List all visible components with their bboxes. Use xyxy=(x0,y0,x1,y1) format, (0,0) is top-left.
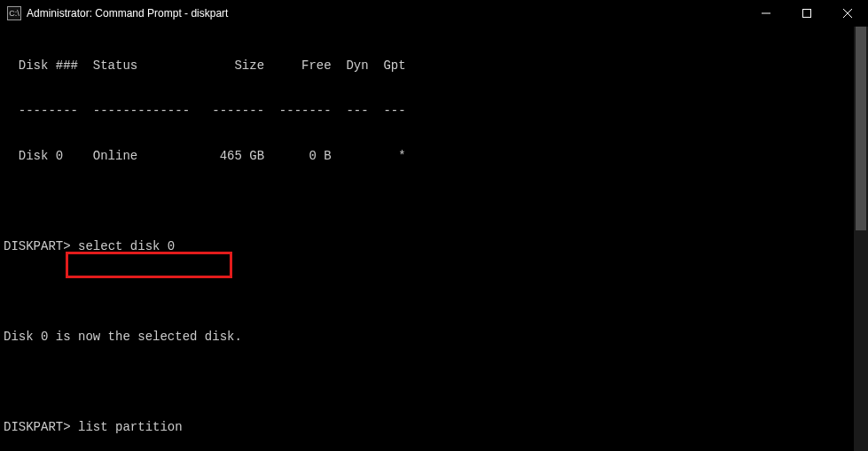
response-select-disk: Disk 0 is now the selected disk. xyxy=(4,330,863,345)
maximize-button[interactable] xyxy=(786,0,827,27)
prompt-line: DISKPART> select disk 0 xyxy=(4,239,863,254)
window-titlebar: C:\ Administrator: Command Prompt - disk… xyxy=(0,0,868,27)
blank-line xyxy=(4,375,863,390)
svg-rect-1 xyxy=(803,10,811,18)
disk-table-rule: -------- ------------- ------- ------- -… xyxy=(4,104,863,119)
disk-table-header: Disk ### Status Size Free Dyn Gpt xyxy=(4,58,863,74)
scrollbar-thumb[interactable] xyxy=(856,27,866,230)
command-select-disk: select disk 0 xyxy=(78,239,175,253)
prompt-line: DISKPART> list partition xyxy=(4,420,863,435)
command-list-partition: list partition xyxy=(78,420,183,434)
terminal-output[interactable]: Disk ### Status Size Free Dyn Gpt ------… xyxy=(0,27,868,451)
vertical-scrollbar[interactable] xyxy=(854,27,868,451)
minimize-button[interactable] xyxy=(746,0,786,27)
blank-line xyxy=(4,284,863,299)
close-button[interactable] xyxy=(827,0,868,27)
cmd-icon: C:\ xyxy=(7,6,21,20)
disk-row: Disk 0 Online 465 GB 0 B * xyxy=(4,149,863,164)
blank-line xyxy=(4,194,863,209)
window-title: Administrator: Command Prompt - diskpart xyxy=(27,7,228,19)
